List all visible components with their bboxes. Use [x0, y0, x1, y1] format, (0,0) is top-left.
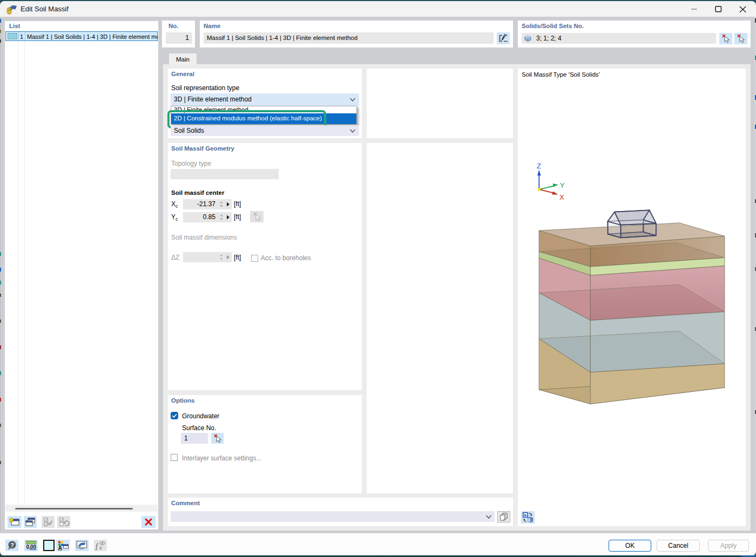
svg-text:f: f	[96, 542, 99, 551]
svg-text:?: ?	[10, 542, 14, 548]
svg-text:00: 00	[30, 544, 37, 550]
svg-text:Z: Z	[537, 162, 541, 170]
svg-text:A: A	[58, 545, 63, 551]
svg-text:X: X	[559, 193, 564, 201]
svg-text:Y: Y	[560, 181, 565, 189]
svg-text:6: 6	[7, 6, 12, 15]
